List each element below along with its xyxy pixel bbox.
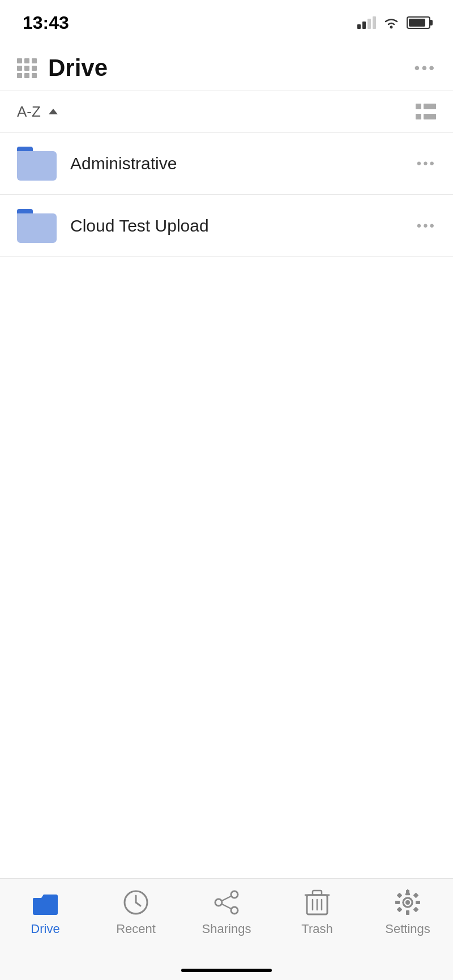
recent-tab-icon bbox=[121, 888, 151, 917]
svg-rect-27 bbox=[397, 907, 403, 913]
svg-rect-26 bbox=[413, 893, 419, 898]
list-view-toggle[interactable] bbox=[416, 104, 436, 119]
tab-trash-label: Trash bbox=[301, 922, 332, 936]
folder-icon bbox=[17, 209, 57, 243]
svg-rect-5 bbox=[33, 898, 58, 915]
tab-bar: Drive Recent Sharings bbox=[0, 878, 453, 980]
status-bar: 13:43 bbox=[0, 0, 453, 45]
sort-chevron-up-icon bbox=[49, 109, 58, 114]
signal-icon bbox=[357, 16, 376, 29]
item-more-button[interactable]: ••• bbox=[417, 218, 436, 234]
svg-rect-28 bbox=[413, 907, 419, 913]
list-item[interactable]: Administrative ••• bbox=[0, 132, 453, 195]
svg-point-0 bbox=[390, 26, 393, 29]
svg-line-12 bbox=[222, 896, 231, 901]
app-header: Drive ••• bbox=[0, 45, 453, 91]
svg-point-30 bbox=[405, 900, 410, 905]
tab-sharings[interactable]: Sharings bbox=[181, 888, 272, 936]
tab-sharings-label: Sharings bbox=[202, 922, 251, 936]
app-title: Drive bbox=[48, 54, 108, 82]
tab-drive-label: Drive bbox=[31, 922, 59, 936]
battery-icon bbox=[407, 16, 430, 29]
svg-rect-23 bbox=[395, 901, 400, 904]
svg-rect-16 bbox=[313, 891, 322, 895]
svg-rect-4 bbox=[424, 114, 436, 119]
svg-point-9 bbox=[231, 891, 238, 898]
tab-recent[interactable]: Recent bbox=[91, 888, 181, 936]
settings-tab-icon bbox=[393, 888, 422, 917]
svg-point-10 bbox=[215, 899, 222, 906]
sort-label: A-Z bbox=[17, 103, 41, 121]
folder-icon bbox=[17, 147, 57, 181]
svg-rect-24 bbox=[416, 901, 420, 904]
status-icons bbox=[357, 16, 430, 29]
sort-bar: A-Z bbox=[0, 91, 453, 132]
wifi-icon bbox=[383, 16, 400, 29]
svg-rect-2 bbox=[424, 104, 436, 109]
tab-settings-label: Settings bbox=[385, 922, 430, 936]
header-left: Drive bbox=[17, 54, 108, 82]
svg-rect-21 bbox=[406, 890, 409, 895]
tab-settings[interactable]: Settings bbox=[362, 888, 453, 936]
svg-rect-1 bbox=[416, 104, 421, 109]
home-indicator bbox=[181, 969, 272, 972]
svg-line-8 bbox=[136, 902, 140, 906]
trash-tab-icon bbox=[302, 888, 332, 917]
tab-recent-label: Recent bbox=[116, 922, 156, 936]
tab-trash[interactable]: Trash bbox=[272, 888, 362, 936]
file-name: Cloud Test Upload bbox=[70, 216, 209, 236]
grid-icon[interactable] bbox=[17, 58, 37, 78]
status-time: 13:43 bbox=[23, 12, 69, 33]
item-more-button[interactable]: ••• bbox=[417, 156, 436, 172]
svg-line-13 bbox=[222, 904, 231, 909]
svg-rect-25 bbox=[397, 893, 403, 898]
header-more-button[interactable]: ••• bbox=[414, 59, 436, 77]
sort-control[interactable]: A-Z bbox=[17, 103, 58, 121]
drive-tab-icon bbox=[31, 888, 60, 917]
svg-point-11 bbox=[231, 907, 238, 914]
tab-drive[interactable]: Drive bbox=[0, 888, 91, 936]
empty-content-area bbox=[0, 260, 453, 878]
svg-rect-22 bbox=[406, 910, 409, 915]
sharings-tab-icon bbox=[212, 888, 241, 917]
list-item[interactable]: Cloud Test Upload ••• bbox=[0, 195, 453, 257]
svg-rect-3 bbox=[416, 114, 421, 119]
file-name: Administrative bbox=[70, 154, 177, 173]
